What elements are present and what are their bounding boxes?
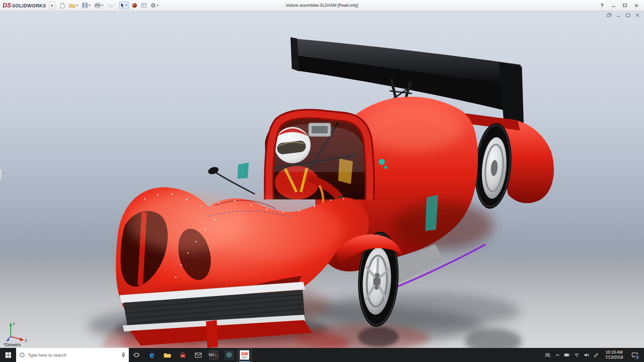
options-gear-icon: [151, 3, 156, 8]
windows-taskbar: Type here to search e &gt;_ SW 2017: [0, 348, 644, 362]
volume-button[interactable]: [582, 348, 591, 362]
cortana-icon: [19, 352, 25, 358]
clock-date: 7/13/2018: [601, 355, 627, 360]
open-folder-icon: [69, 3, 75, 8]
people-icon: [545, 353, 550, 358]
minimize-icon: [616, 13, 621, 17]
graphics-viewport[interactable]: Y X *Dimetric: [0, 11, 644, 348]
new-document-button[interactable]: [59, 2, 66, 9]
x-axis-label: X: [25, 339, 27, 343]
save-icon: [82, 3, 88, 8]
options-button[interactable]: [150, 2, 160, 9]
maximize-icon: [623, 4, 627, 7]
windows-logo-icon: [5, 352, 11, 358]
model-viewer-icon: [224, 350, 234, 360]
window-controls: ?: [597, 1, 641, 9]
standard-toolbar: [59, 2, 160, 9]
solidworks-wordmark: SOLIDWORKS: [12, 3, 46, 8]
clock-time: 10:19 AM: [601, 350, 627, 355]
x-axis-arrow: [20, 338, 24, 341]
minimize-button[interactable]: [608, 1, 619, 9]
task-view-icon: [133, 353, 140, 357]
viewport-close-button[interactable]: [635, 13, 640, 17]
store-icon: [179, 352, 186, 358]
microphone-icon[interactable]: [121, 352, 125, 358]
appearance-sphere-icon: [132, 3, 137, 8]
select-arrow-icon: [120, 3, 124, 8]
3d-scene[interactable]: [0, 11, 644, 348]
model-viewer-button[interactable]: [221, 348, 237, 362]
viewport-minimize-button[interactable]: [616, 13, 621, 17]
mail-button[interactable]: [191, 348, 206, 362]
dropdown-caret-icon[interactable]: [88, 5, 91, 6]
undo-icon: [108, 3, 113, 8]
maximize-button[interactable]: [620, 1, 630, 9]
close-icon: [636, 13, 639, 17]
flyout-arrow-icon: [51, 4, 53, 7]
document-title: Voiture assomblee.SLDASM [Read-only]: [286, 3, 358, 8]
design-table-button[interactable]: [140, 2, 148, 8]
battery-button[interactable]: [562, 348, 572, 362]
mail-icon: [195, 353, 202, 358]
close-icon: [635, 4, 638, 7]
battery-icon: [564, 352, 570, 358]
print-button[interactable]: [94, 2, 105, 9]
people-button[interactable]: [543, 348, 552, 362]
maximize-icon: [626, 13, 630, 17]
viewport-maximize-button[interactable]: [625, 13, 631, 17]
close-button[interactable]: [631, 1, 641, 9]
notification-badge: 2: [635, 355, 640, 360]
file-explorer-button[interactable]: [160, 348, 175, 362]
solidworks-taskbar-button[interactable]: SW 2017: [237, 348, 252, 362]
taskbar-search[interactable]: Type here to search: [16, 348, 129, 362]
action-center-button[interactable]: 2: [627, 348, 642, 362]
print-icon: [95, 3, 101, 8]
file-explorer-icon: [164, 352, 171, 358]
mirror-housing: [309, 123, 331, 136]
dropdown-caret-icon[interactable]: [125, 5, 127, 6]
edge-button[interactable]: e: [144, 348, 160, 362]
dropdown-caret-icon: [114, 5, 116, 6]
y-axis-arrow: [9, 323, 12, 326]
volume-icon: [584, 353, 589, 357]
design-table-icon: [141, 3, 147, 8]
view-orientation-label: *Dimetric: [3, 342, 21, 347]
solidworks-icon: SW 2017: [240, 350, 249, 360]
taskbar-clock[interactable]: 10:19 AM 7/13/2018: [601, 350, 627, 360]
dropdown-caret-icon[interactable]: [101, 5, 104, 6]
select-tool-button[interactable]: [119, 2, 129, 9]
command-prompt-icon: &gt;_: [209, 350, 218, 360]
panel-collapse-handle[interactable]: [0, 169, 2, 180]
new-document-icon: [60, 3, 65, 8]
document-window-controls: [606, 13, 640, 17]
dropdown-caret-icon[interactable]: [157, 5, 159, 6]
undo-button[interactable]: [107, 2, 117, 8]
chevron-up-icon: [555, 354, 560, 357]
task-view-button[interactable]: [129, 348, 144, 362]
hidden-icons-button[interactable]: [552, 348, 562, 362]
network-button[interactable]: [572, 348, 582, 362]
restore-icon: [607, 13, 611, 17]
system-tray: 10:19 AM 7/13/2018 2: [543, 348, 644, 362]
start-button[interactable]: [0, 348, 16, 362]
titlebar: DS SOLIDWORKS: [0, 0, 644, 11]
pen-button[interactable]: [591, 348, 601, 362]
store-button[interactable]: [175, 348, 191, 362]
viewport-restore-button[interactable]: [606, 13, 612, 17]
appearance-button[interactable]: [131, 2, 138, 9]
network-wifi-icon: [574, 353, 580, 357]
menu-expand-button[interactable]: [49, 2, 55, 9]
y-axis-label: Y: [13, 322, 15, 326]
ds-logo-icon: DS: [3, 2, 11, 9]
search-placeholder: Type here to search: [28, 353, 118, 358]
solidworks-logo: DS SOLIDWORKS: [3, 2, 46, 9]
help-button[interactable]: ?: [597, 1, 607, 9]
orientation-triad: Y X: [5, 321, 29, 343]
open-button[interactable]: [68, 2, 79, 8]
dropdown-caret-icon[interactable]: [76, 5, 78, 6]
edge-icon: e: [150, 350, 154, 360]
pen-icon: [594, 353, 599, 358]
minimize-icon: [611, 4, 615, 7]
save-button[interactable]: [81, 2, 92, 9]
command-prompt-button[interactable]: &gt;_: [206, 348, 221, 362]
